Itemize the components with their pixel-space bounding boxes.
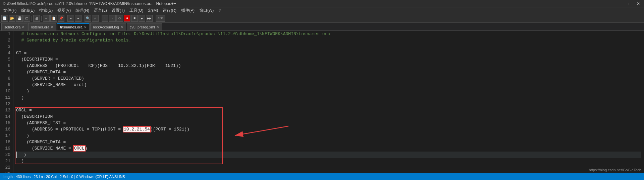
print-button[interactable]: 🖨 bbox=[33, 15, 40, 22]
toolbar-separator-4 bbox=[83, 16, 83, 21]
play-button[interactable]: ▶ bbox=[139, 15, 145, 22]
toolbar-separator-6 bbox=[154, 16, 154, 21]
line-2: # Generated by Oracle configuration tool… bbox=[16, 37, 641, 43]
menu-language[interactable]: 语言(L) bbox=[92, 7, 109, 14]
save-all-button[interactable]: 🗃 bbox=[23, 15, 30, 22]
redo-button[interactable]: ↪ bbox=[75, 15, 82, 22]
maximize-button[interactable]: □ bbox=[628, 1, 633, 6]
toolbar-separator-2 bbox=[41, 16, 42, 21]
tabs-bar: sqlnet.ora ✕ listener.ora ✕ tnsnames.ora… bbox=[0, 23, 644, 31]
line-15: (ADDRESS_LIST = bbox=[16, 120, 641, 126]
tab-listener[interactable]: listener.ora ✕ bbox=[28, 23, 56, 30]
window-title: D:\DevUtilInstall\Oracle\product\11.2.0\… bbox=[3, 1, 176, 6]
paste-button[interactable]: 📌 bbox=[58, 15, 64, 22]
window-controls[interactable]: — □ ✕ bbox=[618, 1, 641, 6]
menu-macro[interactable]: 宏(M) bbox=[146, 7, 160, 14]
line-21: ) bbox=[16, 158, 641, 164]
tab-tnsnames-close[interactable]: ✕ bbox=[84, 25, 87, 29]
line-19: (SERVICE_NAME = ORCL) bbox=[16, 145, 641, 152]
code-content[interactable]: # tnsnames.ora Network Configuration Fil… bbox=[13, 31, 644, 173]
record-button[interactable]: ● bbox=[124, 15, 130, 22]
menu-bar: 文件(F) 编辑(E) 搜索(S) 视图(V) 编码(N) 语言(L) 设置(T… bbox=[0, 7, 644, 14]
sync-button[interactable]: ⟳ bbox=[116, 15, 123, 22]
tab-sqlnet[interactable]: sqlnet.ora ✕ bbox=[1, 23, 28, 30]
line-6: (ADDRESS = (PROTOCOL = TCP)(HOST = 10.2.… bbox=[16, 63, 641, 69]
title-bar: D:\DevUtilInstall\Oracle\product\11.2.0\… bbox=[0, 0, 644, 7]
cut-button[interactable]: ✂ bbox=[43, 15, 50, 22]
zoom-in-button[interactable]: + bbox=[102, 15, 108, 22]
minimize-button[interactable]: — bbox=[618, 1, 625, 6]
replace-button[interactable]: ⇄ bbox=[92, 15, 99, 22]
line-13: ORCL = bbox=[16, 107, 641, 113]
tab-cvuprerep-close[interactable]: ✕ bbox=[156, 25, 159, 29]
menu-plugins[interactable]: 插件(P) bbox=[179, 7, 197, 14]
stop-button[interactable]: ■ bbox=[131, 15, 138, 22]
line-20: ) bbox=[16, 152, 641, 158]
copy-button[interactable]: 📋 bbox=[50, 15, 57, 22]
line-12 bbox=[16, 101, 641, 107]
abc-button[interactable]: ABC bbox=[156, 15, 165, 22]
tab-lockaccount-close[interactable]: ✕ bbox=[120, 25, 123, 29]
tab-listener-close[interactable]: ✕ bbox=[51, 25, 53, 29]
line-11: ) bbox=[16, 94, 641, 101]
toolbar-separator-1 bbox=[32, 16, 32, 21]
line-16: (ADDRESS = (PROTOCOL = TCP)(HOST = 10.2.… bbox=[16, 126, 641, 132]
line-1: # tnsnames.ora Network Configuration Fil… bbox=[16, 31, 641, 37]
line-17: ) bbox=[16, 132, 641, 139]
tab-tnsnames-label: tnsnames.ora bbox=[60, 25, 83, 29]
open-button[interactable]: 📂 bbox=[9, 15, 15, 22]
line-3 bbox=[16, 43, 641, 50]
tab-lockaccount[interactable]: lockAccount.log ✕ bbox=[90, 23, 126, 30]
run-macro-button[interactable]: ▶▶ bbox=[146, 15, 153, 22]
menu-run[interactable]: 运行(R) bbox=[161, 7, 178, 14]
status-left: length : 430 lines : 23 Ln : 20 Col : 2 … bbox=[3, 175, 125, 179]
line-9: (SERVICE_NAME = orcl) bbox=[16, 82, 641, 88]
toolbar-separator-3 bbox=[66, 16, 66, 21]
tab-sqlnet-close[interactable]: ✕ bbox=[22, 25, 24, 29]
zoom-out-button[interactable]: - bbox=[109, 15, 116, 22]
menu-edit[interactable]: 编辑(E) bbox=[19, 7, 37, 14]
tab-sqlnet-label: sqlnet.ora bbox=[4, 25, 20, 29]
menu-encoding[interactable]: 编码(N) bbox=[73, 7, 91, 14]
menu-tools[interactable]: 工具(O) bbox=[127, 7, 145, 14]
line-23 bbox=[16, 171, 641, 173]
new-button[interactable]: 📄 bbox=[1, 15, 8, 22]
line-22 bbox=[16, 164, 641, 171]
line-7: (CONNECT_DATA = bbox=[16, 69, 641, 75]
editor-area[interactable]: 1 2 3 4 5 6 7 8 9 10 11 12 13 14 15 16 1… bbox=[0, 31, 644, 173]
toolbar-separator-5 bbox=[100, 16, 100, 21]
close-button[interactable]: ✕ bbox=[635, 1, 641, 6]
find-button[interactable]: 🔍 bbox=[85, 15, 91, 22]
line-14: (DESCRIPTION = bbox=[16, 113, 641, 120]
tab-cvuprerep-label: cvu_prereq.xml bbox=[130, 25, 155, 29]
menu-settings[interactable]: 设置(T) bbox=[110, 7, 127, 14]
line-10: ) bbox=[16, 88, 641, 94]
tab-lockaccount-label: lockAccount.log bbox=[93, 25, 119, 29]
tab-cvuprerep[interactable]: cvu_prereq.xml ✕ bbox=[127, 23, 162, 30]
save-button[interactable]: 💾 bbox=[16, 15, 23, 22]
menu-help[interactable]: ? bbox=[216, 7, 223, 14]
menu-window[interactable]: 窗口(W) bbox=[197, 7, 216, 14]
line-numbers: 1 2 3 4 5 6 7 8 9 10 11 12 13 14 15 16 1… bbox=[0, 31, 13, 173]
tab-listener-label: listener.ora bbox=[31, 25, 49, 29]
line-5: (DESCRIPTION = bbox=[16, 56, 641, 63]
menu-view[interactable]: 视图(V) bbox=[55, 7, 73, 14]
menu-search[interactable]: 搜索(S) bbox=[37, 7, 55, 14]
status-bar: length : 430 lines : 23 Ln : 20 Col : 2 … bbox=[0, 173, 644, 180]
menu-file[interactable]: 文件(F) bbox=[1, 7, 18, 14]
line-8: (SERVER = DEDICATED) bbox=[16, 75, 641, 82]
tab-tnsnames[interactable]: tnsnames.ora ✕ bbox=[57, 23, 90, 30]
line-4: CI = bbox=[16, 50, 641, 56]
line-18: (CONNECT_DATA = bbox=[16, 139, 641, 145]
toolbar: 📄 📂 💾 🗃 🖨 ✂ 📋 📌 ↩ ↪ 🔍 ⇄ + - ⟳ ● ■ ▶ ▶▶ A… bbox=[0, 14, 644, 23]
undo-button[interactable]: ↩ bbox=[67, 15, 74, 22]
